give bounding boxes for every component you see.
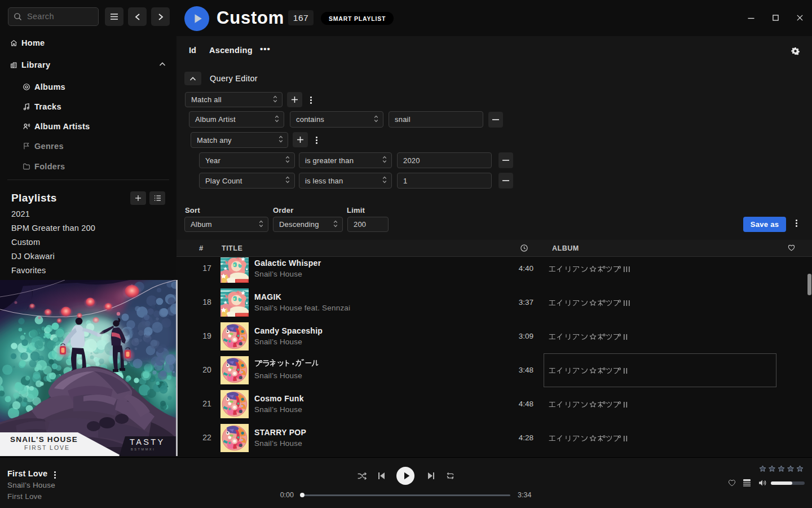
- svg-text:SNAIL’S HOUSE: SNAIL’S HOUSE: [10, 435, 78, 444]
- svg-text:FIRST LOVE: FIRST LOVE: [24, 444, 70, 451]
- svg-text:BSTMMXI: BSTMMXI: [131, 448, 155, 451]
- svg-text:TASTY: TASTY: [130, 437, 165, 446]
